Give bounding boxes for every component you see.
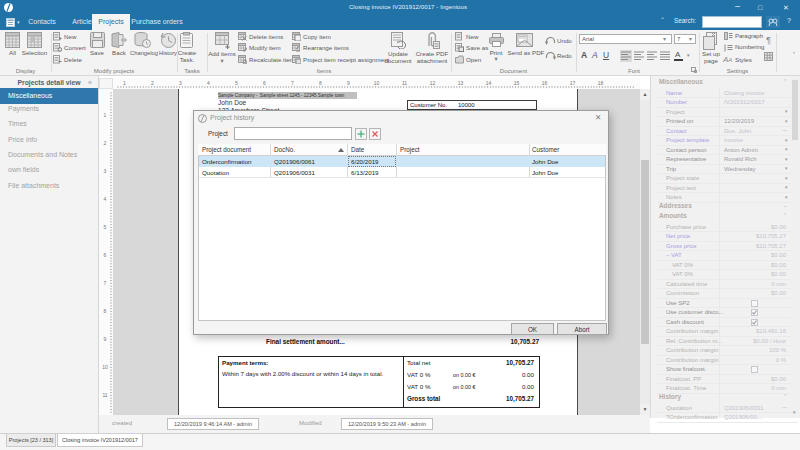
svg-text:4: 4 xyxy=(104,196,107,202)
svg-text:6: 6 xyxy=(104,252,107,258)
svg-text:4: 4 xyxy=(207,80,210,86)
svg-text:1: 1 xyxy=(123,80,126,86)
svg-text:13: 13 xyxy=(458,80,464,86)
svg-text:7: 7 xyxy=(291,80,294,86)
svg-text:10: 10 xyxy=(374,80,380,86)
svg-text:12: 12 xyxy=(430,80,436,86)
svg-text:2: 2 xyxy=(104,140,107,146)
svg-text:14: 14 xyxy=(486,80,492,86)
svg-text:8: 8 xyxy=(319,80,322,86)
svg-text:3: 3 xyxy=(179,80,182,86)
svg-text:5: 5 xyxy=(235,80,238,86)
svg-text:15: 15 xyxy=(514,80,520,86)
svg-text:11: 11 xyxy=(402,80,407,86)
svg-text:5: 5 xyxy=(104,224,107,230)
svg-text:9: 9 xyxy=(104,336,107,342)
svg-text:10: 10 xyxy=(102,364,108,370)
svg-text:17: 17 xyxy=(570,80,576,86)
svg-text:9: 9 xyxy=(347,80,350,86)
svg-text:2: 2 xyxy=(151,80,154,86)
svg-text:1: 1 xyxy=(104,112,107,118)
svg-text:11: 11 xyxy=(102,392,107,398)
svg-text:8: 8 xyxy=(104,308,107,314)
svg-text:7: 7 xyxy=(104,280,107,286)
svg-text:16: 16 xyxy=(542,80,548,86)
svg-text:18: 18 xyxy=(598,80,604,86)
svg-text:3: 3 xyxy=(104,168,107,174)
svg-text:6: 6 xyxy=(263,80,266,86)
